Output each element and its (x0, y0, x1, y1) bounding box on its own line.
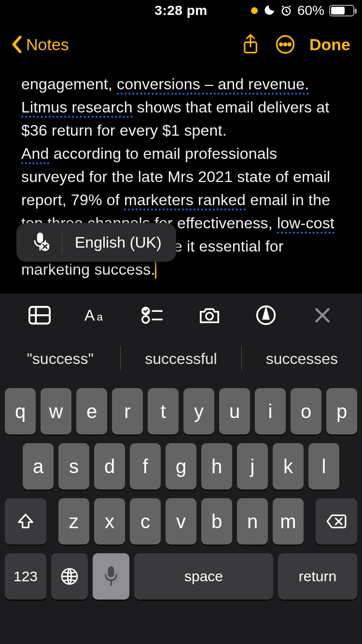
share-button[interactable] (240, 34, 261, 55)
key-a[interactable]: a (23, 443, 54, 490)
recording-indicator-dot (251, 7, 258, 14)
key-return[interactable]: return (278, 553, 357, 600)
svg-point-13 (206, 313, 213, 320)
key-r[interactable]: r (112, 388, 143, 434)
keyboard-row-2: a s d f g h j k l (4, 443, 358, 490)
alarm-icon (280, 4, 292, 17)
camera-button[interactable] (198, 304, 221, 327)
svg-text:A: A (84, 307, 95, 324)
key-b[interactable]: b (201, 498, 232, 545)
key-y[interactable]: y (183, 388, 214, 434)
key-x[interactable]: x (94, 498, 125, 545)
back-button[interactable]: Notes (12, 35, 69, 54)
chevron-left-icon (12, 35, 23, 54)
key-o[interactable]: o (291, 388, 321, 434)
key-n[interactable]: n (237, 498, 268, 545)
battery-icon (329, 5, 354, 16)
keyboard: q w e r t y u i o p a s d f g h j k l z … (0, 380, 362, 644)
text-cursor (155, 260, 156, 279)
svg-rect-6 (38, 233, 42, 242)
key-i[interactable]: i (255, 388, 286, 434)
key-t[interactable]: t (148, 388, 179, 434)
note-editor[interactable]: engagement, conversions – and revenue. L… (0, 68, 362, 281)
key-q[interactable]: q (5, 388, 36, 434)
key-c[interactable]: c (130, 498, 161, 545)
mic-icon (104, 566, 118, 587)
key-123[interactable]: 123 (5, 553, 46, 600)
key-g[interactable]: g (166, 443, 196, 490)
key-d[interactable]: d (94, 443, 125, 490)
divider (62, 231, 62, 254)
table-icon (28, 306, 51, 325)
more-button[interactable] (275, 34, 296, 55)
keyboard-row-4: 123 space return (4, 553, 358, 600)
key-z[interactable]: z (58, 498, 89, 545)
status-right: 60% (251, 0, 354, 21)
format-toolbar: Aa (0, 294, 362, 337)
battery-percent-label: 60% (297, 3, 324, 18)
key-j[interactable]: j (237, 443, 268, 490)
svg-point-5 (288, 43, 291, 46)
status-bar: 3:28 pm 60% (0, 0, 362, 21)
backspace-icon (326, 513, 347, 530)
text-format-icon: Aa (84, 306, 108, 325)
key-e[interactable]: e (76, 388, 107, 434)
table-button[interactable] (28, 304, 51, 327)
key-f[interactable]: f (130, 443, 161, 490)
back-label: Notes (26, 35, 69, 54)
markup-icon (255, 305, 277, 326)
key-w[interactable]: w (41, 388, 71, 434)
done-button[interactable]: Done (309, 35, 350, 54)
camera-icon (198, 306, 221, 325)
suggestion-1[interactable]: successful (121, 337, 241, 380)
status-time: 3:28 pm (154, 3, 207, 18)
key-l[interactable]: l (308, 443, 339, 490)
close-icon (314, 307, 331, 324)
key-backspace[interactable] (316, 498, 357, 545)
suggestion-bar: "success" successful successes (0, 337, 362, 380)
globe-icon (60, 567, 79, 586)
svg-point-4 (284, 43, 287, 46)
close-toolbar-button[interactable] (311, 304, 334, 327)
key-dictation[interactable] (93, 553, 129, 600)
svg-text:a: a (97, 311, 103, 323)
keyboard-row-1: q w e r t y u i o p (4, 388, 358, 434)
do-not-disturb-icon (263, 4, 275, 17)
dictation-language-label: English (UK) (75, 234, 162, 252)
key-p[interactable]: p (326, 388, 357, 434)
key-globe[interactable] (51, 553, 88, 600)
checklist-icon (141, 306, 164, 325)
key-u[interactable]: u (219, 388, 250, 434)
shift-icon (16, 512, 35, 531)
ellipsis-circle-icon (275, 34, 295, 55)
svg-point-12 (142, 316, 149, 323)
key-shift[interactable] (5, 498, 46, 545)
share-icon (241, 33, 260, 56)
keyboard-row-3: z x c v b n m (4, 498, 358, 545)
svg-rect-16 (109, 567, 113, 576)
key-v[interactable]: v (166, 498, 196, 545)
key-space[interactable]: space (134, 553, 273, 600)
svg-point-3 (280, 43, 282, 46)
nav-bar: Notes Done (0, 21, 362, 68)
key-s[interactable]: s (58, 443, 89, 490)
markup-button[interactable] (254, 304, 278, 327)
checklist-button[interactable] (141, 304, 164, 327)
key-m[interactable]: m (273, 498, 304, 545)
text-format-button[interactable]: Aa (84, 304, 108, 327)
key-h[interactable]: h (201, 443, 232, 490)
mic-off-icon (31, 232, 49, 253)
suggestion-0[interactable]: "success" (0, 337, 120, 380)
key-k[interactable]: k (273, 443, 304, 490)
suggestion-2[interactable]: successes (242, 337, 362, 380)
dictation-language-pill[interactable]: English (UK) (16, 223, 176, 262)
